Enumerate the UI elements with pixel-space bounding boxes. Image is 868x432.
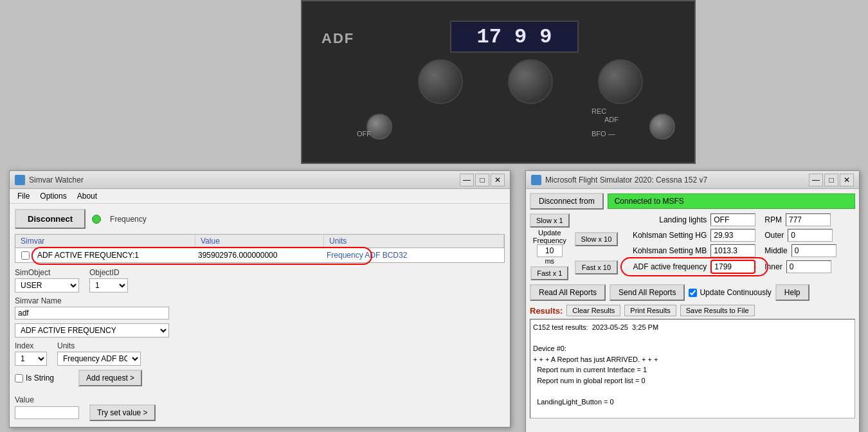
simvar-minimize-btn[interactable]: — [460,174,474,186]
simvar-watcher-window: Simvar Watcher — □ ✕ File Options About … [9,170,511,428]
adf-small-knob-2[interactable] [649,114,675,140]
simvar-titlebar-controls: — □ ✕ [460,174,505,186]
rpm-label: RPM [764,215,782,224]
col-header-simvar: Simvar [15,235,195,248]
simvar-titlebar: Simvar Watcher — □ ✕ [10,171,510,189]
kohlsman-hg-label: Kohlsman Setting HG [623,231,707,240]
index-select[interactable]: 1 [15,352,47,366]
inner-value: 0 [786,260,831,273]
update-frequency-label: UpdateFrequency [533,229,566,244]
is-string-row: Is String Add request > [15,370,169,386]
ms-unit-label: ms [545,257,554,265]
adf-mode-label: ADF [604,116,619,123]
menu-options[interactable]: Options [35,190,71,202]
simvar-table: Simvar Value Units ADF ACTIVE FREQUENCY:… [15,234,505,263]
update-continuously-label: Update Continuously [700,288,771,297]
rec-label: REC [592,107,606,115]
row-units-cell: Frequency ADF BCD32 [324,249,504,261]
form-left-col: SimObject USER ObjectID 1 Simvar Name [15,268,169,421]
simvar-top-controls: Disconnect Frequency [15,209,505,229]
slow-x10-btn[interactable]: Slow x 10 [575,232,619,246]
units-label: Units [57,341,141,350]
simvar-name-input[interactable]: adf [15,307,169,320]
msfs-controls-row: Slow x 1 UpdateFrequency ms Fast x 1 Slo… [530,213,855,280]
adf-freq-row: ADF active frequency 1799 Inner 0 [623,260,855,274]
adf-digit-3: 9 [539,25,552,49]
simobject-select[interactable]: USER [15,278,79,292]
send-all-reports-btn[interactable]: Send All Reports [610,284,685,301]
value-row: Value Try set value > [15,395,169,421]
msfs-minimize-btn[interactable]: — [809,174,823,186]
middle-value: 0 [791,244,836,257]
results-area[interactable]: C152 test results: 2023-05-25 3:25 PM De… [530,319,855,419]
simvar-menubar: File Options About [10,189,510,204]
msfs-fields-col: Landing lights OFF RPM 777 Kohlsman Sett… [623,213,855,280]
simvar-window-icon [15,175,25,185]
landing-lights-label: Landing lights [623,215,707,224]
row-checkbox-area [15,251,35,260]
table-header: Simvar Value Units [15,235,504,248]
msfs-top-row: Disconnect from Connected to MSFS [530,193,855,210]
msfs-titlebar-left: Microsoft Flight Simulator 2020: Cessna … [531,175,707,185]
help-btn[interactable]: Help [775,284,809,301]
msfs-titlebar: Microsoft Flight Simulator 2020: Cessna … [526,171,859,189]
simvar-dropdown[interactable]: ADF ACTIVE FREQUENCY [15,323,169,338]
msfs-maximize-btn[interactable]: □ [824,174,838,186]
col-header-value: Value [195,235,324,248]
clear-results-btn[interactable]: Clear Results [566,305,620,316]
msfs-window: Microsoft Flight Simulator 2020: Cessna … [525,170,860,432]
ms-value-input[interactable] [537,244,563,257]
print-results-btn[interactable]: Print Results [624,305,676,316]
read-all-reports-btn[interactable]: Read All Reports [530,284,606,301]
outer-label: Outer [764,231,784,240]
speed-right-btns: Slow x 10 Fast x 10 [575,213,619,280]
simobject-row: SimObject USER ObjectID 1 [15,268,169,292]
row-simvar-value: ADF ACTIVE FREQUENCY:1 [35,249,195,261]
simvar-window-title: Simvar Watcher [29,176,84,184]
adf-knob-1[interactable] [418,59,463,104]
is-string-checkbox[interactable] [15,374,23,382]
menu-file[interactable]: File [12,190,35,202]
try-set-button[interactable]: Try set value > [89,404,156,421]
adf-digit-2: 9 [514,25,527,49]
middle-label: Middle [764,246,787,255]
adf-knob-2[interactable] [508,59,553,104]
fast-x1-btn[interactable]: Fast x 1 [530,266,568,280]
simvar-close-btn[interactable]: ✕ [491,174,505,186]
objectid-label: ObjectID [89,268,128,277]
fast-x10-btn[interactable]: Fast x 10 [575,260,619,274]
results-label: Results: [530,306,563,316]
value-input[interactable] [15,406,79,419]
row-checkbox[interactable] [21,251,30,260]
simvar-maximize-btn[interactable]: □ [475,174,489,186]
adf-freq-value: 1799 [710,260,755,274]
units-select[interactable]: Frequency ADF BCD32 [57,352,141,366]
kohlsman-mb-value: 1013.3 [710,244,755,257]
kohlsman-hg-value: 29.93 [710,229,755,242]
menu-about[interactable]: About [72,190,102,202]
objectid-select[interactable]: 1 [89,278,128,292]
simvar-form: SimObject USER ObjectID 1 Simvar Name [15,268,505,421]
msfs-left-col: Slow x 1 UpdateFrequency ms Fast x 1 [530,213,570,280]
bfo-label: BFO — [592,130,615,138]
inner-label: Inner [764,262,782,271]
adf-oval-wrapper: 1799 [710,260,755,274]
add-request-button[interactable]: Add request > [78,370,142,386]
save-results-btn[interactable]: Save Results to File [680,305,755,316]
msfs-close-btn[interactable]: ✕ [840,174,854,186]
disconnect-from-button[interactable]: Disconnect from [530,193,604,210]
results-header: Results: Clear Results Print Results Sav… [530,305,855,316]
update-continuously-row: Update Continuously [689,284,771,301]
action-buttons-row: Read All Reports Send All Reports Update… [530,284,855,301]
disconnect-button[interactable]: Disconnect [15,209,86,229]
adf-display: 17 9 9 [450,21,579,53]
adf-knob-3[interactable] [598,59,643,104]
simvar-name-label: Simvar Name [15,296,169,305]
kohlsman-hg-row: Kohlsman Setting HG 29.93 Outer 0 [623,229,855,242]
update-continuously-checkbox[interactable] [689,289,697,297]
connection-status-dot [92,215,101,224]
is-string-label: Is String [26,374,54,382]
slow-x1-btn[interactable]: Slow x 1 [530,213,570,228]
msfs-speed-right: Slow x 10 Fast x 10 [575,213,619,280]
simvar-name-section: Simvar Name adf [15,296,169,320]
